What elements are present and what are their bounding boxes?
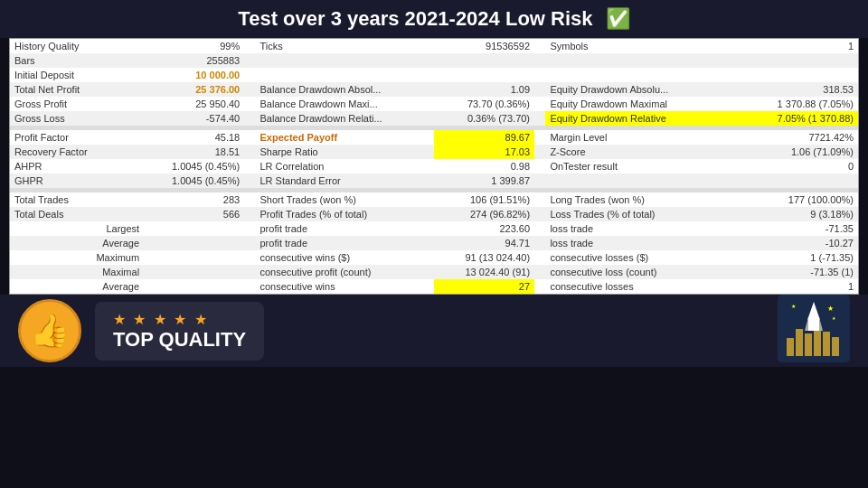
table-row: Average profit trade 94.71 loss trade -1… <box>10 236 858 250</box>
table-row: Profit Factor 45.18 Expected Payoff 89.6… <box>10 130 858 145</box>
label-bal-draw-max: Balance Drawdown Maxi... <box>256 97 434 111</box>
thumbs-up-badge: 👍 <box>18 299 81 362</box>
label-profit-factor: Profit Factor <box>10 130 144 145</box>
val-largest-loss-trade: -71.35 <box>747 221 858 236</box>
label-ghpr: GHPR <box>10 174 144 188</box>
label-total-deals: Total Deals <box>10 207 144 221</box>
table-row: Average consecutive wins 27 consecutive … <box>10 279 858 294</box>
label-ahpr: AHPR <box>10 159 144 174</box>
val-ontester: 0 <box>747 159 858 174</box>
val-max-consec-profit: 13 024.40 (91) <box>434 265 534 279</box>
val-total-deals: 566 <box>144 207 244 221</box>
table-row: Gross Loss -574.40 Balance Drawdown Rela… <box>10 111 858 126</box>
val-profit-trades: 274 (96.82%) <box>434 207 534 221</box>
label-eq-draw-rel: Equity Drawdown Relative <box>545 111 746 126</box>
val-bal-draw-rel: 0.36% (73.70) <box>434 111 534 126</box>
page-title: Test over 3 years 2021-2024 Low Risk ✅ <box>0 7 868 31</box>
svg-rect-5 <box>823 332 830 356</box>
val-sharpe-ratio: 17.03 <box>434 145 534 159</box>
label-avg-consec-losses: consecutive losses <box>545 279 746 294</box>
title-text: Test over 3 years 2021-2024 Low Risk <box>238 7 592 30</box>
label-z-score: Z-Score <box>545 145 746 159</box>
val-loss-trades: 9 (3.18%) <box>747 207 858 221</box>
val-avg-consec-wins: 27 <box>434 279 534 294</box>
main-container: Test over 3 years 2021-2024 Low Risk ✅ H… <box>0 0 868 488</box>
val-eq-draw-max: 1 370.88 (7.05%) <box>747 97 858 111</box>
label-eq-draw-max: Equity Drawdown Maximal <box>545 97 746 111</box>
val-avg-profit-trade: 94.71 <box>434 236 534 250</box>
val-gross-loss: -574.40 <box>144 111 244 126</box>
val-margin-level: 7721.42% <box>747 130 858 145</box>
label-margin-level: Margin Level <box>545 130 746 145</box>
svg-rect-6 <box>832 337 839 356</box>
table-row: Recovery Factor 18.51 Sharpe Ratio 17.03… <box>10 145 858 159</box>
label-ontester: OnTester result <box>545 159 746 174</box>
label-avg-profit-trade: profit trade <box>256 236 434 250</box>
label-avg-consec: Average <box>10 279 144 294</box>
table-row: Maximal consecutive profit (count) 13 02… <box>10 265 858 279</box>
svg-rect-1 <box>787 338 794 356</box>
val-ahpr: 1.0045 (0.45%) <box>144 159 244 174</box>
label-lr-correlation: LR Correlation <box>256 159 434 174</box>
val-lr-std-error: 1 399.87 <box>434 174 534 188</box>
val-bal-draw-max: 73.70 (0.36%) <box>434 97 534 111</box>
val-initial-deposit: 10 000.00 <box>144 68 244 82</box>
label-maximal: Maximal <box>10 265 144 279</box>
label-recovery-factor: Recovery Factor <box>10 145 144 159</box>
label-history-quality: History Quality <box>10 39 144 53</box>
val-bal-draw-abs: 1.09 <box>434 82 534 97</box>
label-largest-profit-trade: profit trade <box>256 221 434 236</box>
val-expected-payoff: 89.67 <box>434 130 534 145</box>
svg-text:★: ★ <box>827 305 834 313</box>
label-largest-loss-trade: loss trade <box>545 221 746 236</box>
quality-banner: ★ ★ ★ ★ ★ TOP QUALITY <box>95 302 264 361</box>
table-row: Total Net Profit 25 376.00 Balance Drawd… <box>10 82 858 97</box>
label-largest: Largest <box>10 221 144 236</box>
val-ghpr: 1.0045 (0.45%) <box>144 174 244 188</box>
table-row: Bars 255883 <box>10 53 858 68</box>
quality-text: TOP QUALITY <box>113 328 246 352</box>
label-max-consec-loss: consecutive losses ($) <box>545 250 746 265</box>
val-total-trades: 283 <box>144 192 244 207</box>
label-avg-consec-wins: consecutive wins <box>256 279 434 294</box>
label-bars: Bars <box>10 53 144 68</box>
val-max-consec-wins: 91 (13 024.40) <box>434 250 534 265</box>
header: Test over 3 years 2021-2024 Low Risk ✅ <box>0 0 868 38</box>
label-lr-std-error: LR Standard Error <box>256 174 434 188</box>
svg-text:★: ★ <box>791 304 796 309</box>
table-row: Gross Profit 25 950.40 Balance Drawdown … <box>10 97 858 111</box>
label-max-consec-wins: consecutive wins ($) <box>256 250 434 265</box>
val-ticks: 91536592 <box>434 39 534 53</box>
val-avg-loss-trade: -10.27 <box>747 236 858 250</box>
rocket-badge: ★ ★ ★ <box>778 295 850 362</box>
table-row: GHPR 1.0045 (0.45%) LR Standard Error 1 … <box>10 174 858 188</box>
val-profit-factor: 45.18 <box>144 130 244 145</box>
val-short-trades: 106 (91.51%) <box>434 192 534 207</box>
table-row: Largest profit trade 223.60 loss trade -… <box>10 221 858 236</box>
svg-rect-2 <box>796 329 803 356</box>
stars: ★ ★ ★ ★ ★ <box>113 311 246 328</box>
val-largest-profit-trade: 223.60 <box>434 221 534 236</box>
label-bal-draw-abs: Balance Drawdown Absol... <box>256 82 434 97</box>
label-ticks: Ticks <box>256 39 434 53</box>
val-avg-consec-losses: 1 <box>747 279 858 294</box>
table-row: History Quality 99% Ticks 91536592 Symbo… <box>10 39 858 53</box>
label-gross-profit: Gross Profit <box>10 97 144 111</box>
val-recovery-factor: 18.51 <box>144 145 244 159</box>
label-short-trades: Short Trades (won %) <box>256 192 434 207</box>
label-max-consec-profit: consecutive profit (count) <box>256 265 434 279</box>
label-gross-loss: Gross Loss <box>10 111 144 126</box>
stats-table-container: History Quality 99% Ticks 91536592 Symbo… <box>9 38 859 295</box>
label-total-net-profit: Total Net Profit <box>10 82 144 97</box>
label-average: Average <box>10 236 144 250</box>
val-bars: 255883 <box>144 53 244 68</box>
label-profit-trades: Profit Trades (% of total) <box>256 207 434 221</box>
label-initial-deposit: Initial Deposit <box>10 68 144 82</box>
label-bal-draw-rel: Balance Drawdown Relati... <box>256 111 434 126</box>
table-row: Total Deals 566 Profit Trades (% of tota… <box>10 207 858 221</box>
val-eq-draw-absu: 318.53 <box>747 82 858 97</box>
label-expected-payoff: Expected Payoff <box>256 130 434 145</box>
val-total-net-profit: 25 376.00 <box>144 82 244 97</box>
val-eq-draw-rel: 7.05% (1 370.88) <box>747 111 858 126</box>
label-symbols: Symbols <box>545 39 746 53</box>
